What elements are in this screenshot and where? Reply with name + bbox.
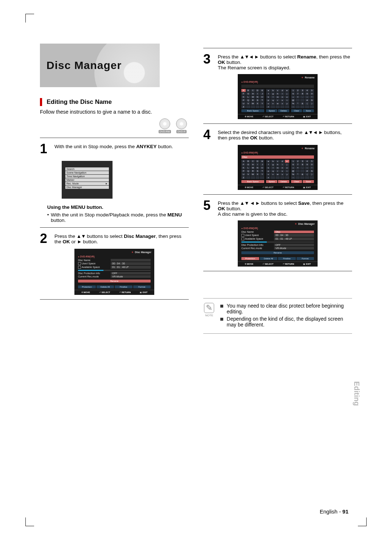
menu-item: Disc Manager xyxy=(65,186,109,189)
step-number: 2 xyxy=(40,232,51,245)
osd-button: Delete All xyxy=(260,257,278,260)
osd-anykey-menu: Search Scene Navigation Time Navigation … xyxy=(62,161,113,199)
divider xyxy=(203,271,352,271)
red-bar-icon xyxy=(40,98,42,106)
divider xyxy=(203,123,352,124)
osd-button: Rename xyxy=(78,280,151,283)
step-number: 1 xyxy=(40,142,51,155)
note-item: Depending on the kind of disc, the displ… xyxy=(227,316,352,328)
disc-type-icons: DVD-RW DVD-R xyxy=(40,118,189,133)
step-3: 3 Press the ▲▼◄ ► buttons to select Rena… xyxy=(203,53,352,70)
osd-rename-keyboard: ✦ Rename ● DVD-RW(VR) ABCDEFGHIJKLMNOPQR… xyxy=(238,74,318,119)
step-text: Press the ▲▼ ◄ ► buttons to select Save,… xyxy=(218,199,352,217)
chevron-right-icon: ► xyxy=(105,182,108,185)
crop-mark xyxy=(358,517,367,526)
page-footer: English - 91 xyxy=(320,508,348,515)
step-number: 5 xyxy=(203,199,214,217)
divider xyxy=(40,138,189,138)
step-number: 3 xyxy=(203,53,214,70)
square-bullet-icon xyxy=(220,318,223,321)
arrow-icons: ▲▼ ◄ ► xyxy=(240,200,260,206)
header-block: Disc Manager xyxy=(40,44,160,87)
step-text: Press the ▲▼ buttons to select Disc Mana… xyxy=(54,232,189,245)
divider xyxy=(40,227,189,228)
menu-item: Rec. Mode► xyxy=(65,182,109,185)
arrow-icons: ▲▼◄ ► xyxy=(240,54,259,60)
step-5: 5 Press the ▲▼ ◄ ► buttons to select Sav… xyxy=(203,199,352,217)
step-2: 2 Press the ▲▼ buttons to select Disc Ma… xyxy=(40,232,189,245)
divider xyxy=(203,333,352,334)
osd-button: Finalise xyxy=(115,285,132,288)
note-item: You may need to clear disc protect befor… xyxy=(227,303,352,314)
step-text: With the unit in Stop mode, press the AN… xyxy=(54,142,189,155)
subheading: Using the MENU button. xyxy=(47,204,189,210)
arrow-icons: ▲▼◄ ► xyxy=(304,130,323,135)
note-block: ✎ NOTE You may need to clear disc protec… xyxy=(203,303,352,329)
note-icon: ✎ NOTE xyxy=(203,303,215,329)
osd-button: Protection xyxy=(78,285,96,288)
osd-disc-manager: ✦ Disc Manager ● DVD-RW(VR) Disc NameDis… xyxy=(238,220,318,267)
crop-mark xyxy=(25,517,34,526)
menu-item: Marker xyxy=(65,178,109,182)
step-1: 1 With the unit in Stop mode, press the … xyxy=(40,142,189,155)
bullet-text: With the unit in Stop mode/Playback mode… xyxy=(47,212,189,223)
osd-button: Finalise xyxy=(278,257,296,260)
divider xyxy=(203,194,352,195)
dvd-r-icon: DVD-R xyxy=(174,118,189,133)
menu-item: Scene Navigation xyxy=(65,171,109,174)
divider xyxy=(203,298,352,299)
osd-button: Format xyxy=(297,257,314,260)
step-text: Press the ▲▼◄ ► buttons to select Rename… xyxy=(218,53,352,70)
menu-item: Time Navigation xyxy=(65,175,109,178)
dvd-rw-icon: DVD-RW xyxy=(158,118,172,133)
osd-rename-keyboard: ✦ Rename ● DVD-RW(VR) Disc ABCDEFGHIJKLM… xyxy=(238,145,318,190)
rename-field: Disc xyxy=(241,155,314,159)
menu-item: Search xyxy=(65,167,109,171)
rename-field xyxy=(241,85,314,88)
osd-button: Protection xyxy=(241,257,259,260)
osd-button: Rename xyxy=(241,251,314,254)
crop-mark xyxy=(25,14,34,23)
osd-disc-manager: ✦ Disc Manager ● DVD-RW(VR) Disc Name Us… xyxy=(74,249,154,295)
arrow-right-icon: ► xyxy=(77,239,81,244)
divider xyxy=(40,299,189,300)
divider xyxy=(203,48,352,48)
section-heading: Editing the Disc Name xyxy=(40,98,189,106)
arrow-icons: ▲▼ xyxy=(77,234,86,239)
osd-button: Delete All xyxy=(97,285,114,288)
step-text: Select the desired characters using the … xyxy=(218,128,352,141)
square-bullet-icon xyxy=(220,305,223,308)
side-tab: Editing xyxy=(352,381,361,406)
section-intro: Follow these instructions to give a name… xyxy=(40,109,189,115)
step-4: 4 Select the desired characters using th… xyxy=(203,128,352,141)
page-title: Disc Manager xyxy=(46,59,122,72)
osd-button: Format xyxy=(133,285,151,288)
step-number: 4 xyxy=(203,128,214,141)
